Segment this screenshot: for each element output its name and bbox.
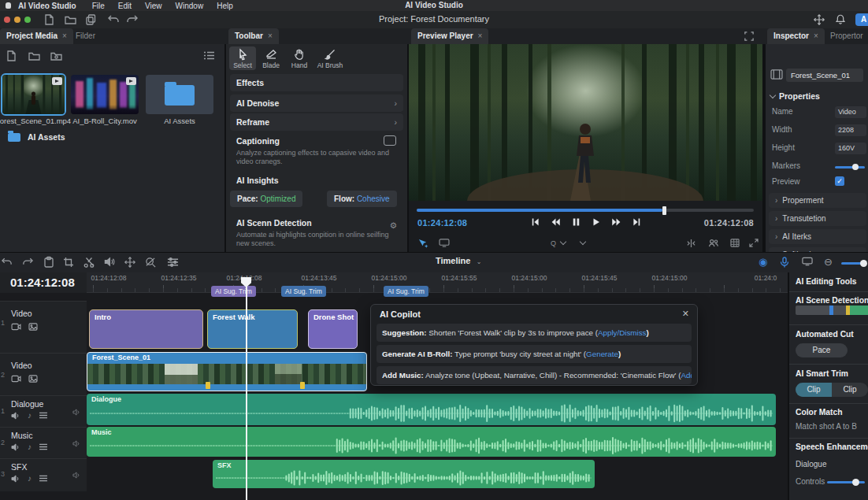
speech-controls-slider[interactable] xyxy=(827,481,865,483)
redo-icon[interactable] xyxy=(126,14,138,24)
section-properment[interactable]: ›Properment xyxy=(769,193,866,208)
new-folder-icon[interactable] xyxy=(28,51,40,61)
track-options-icon[interactable] xyxy=(39,443,48,451)
copilot-music-row[interactable]: Add Music: Analyze tone (Upbeat, Narrati… xyxy=(377,366,692,384)
timeline-zoom-slider[interactable] xyxy=(841,262,865,265)
close-icon[interactable]: × xyxy=(814,31,818,40)
menu-window[interactable]: Window xyxy=(176,2,204,10)
markers-slider[interactable] xyxy=(835,166,865,169)
copilot-broll-row[interactable]: Generate AI B-Roll: Type prompt 'busy ci… xyxy=(377,345,692,363)
zoom-dropdown[interactable] xyxy=(581,239,589,247)
section-transutetion[interactable]: ›Transutetion xyxy=(769,211,866,226)
speaker-icon[interactable] xyxy=(11,475,20,483)
speaker-icon[interactable] xyxy=(11,443,20,451)
speaker-icon[interactable] xyxy=(11,412,20,420)
clip-option-b[interactable]: Clip xyxy=(832,383,868,397)
tool-hand[interactable]: Hand xyxy=(286,46,313,70)
music-note-icon[interactable]: ♪ xyxy=(28,475,32,483)
fast-forward-button[interactable] xyxy=(610,217,621,227)
fullscreen-icon[interactable] xyxy=(744,31,754,41)
undo-icon[interactable] xyxy=(2,257,13,267)
close-icon[interactable]: × xyxy=(268,31,273,40)
track-header-video-1[interactable]: 1 Video xyxy=(0,301,87,353)
clip-drone-shot[interactable]: Drone Shot xyxy=(308,309,358,349)
pause-button[interactable] xyxy=(571,217,581,227)
track-header-dialogue[interactable]: 1 Dialogue ♪ xyxy=(0,395,87,427)
rewind-button[interactable] xyxy=(550,217,561,227)
play-button[interactable] xyxy=(591,217,600,227)
menu-view[interactable]: View xyxy=(145,2,162,10)
close-icon[interactable]: × xyxy=(478,31,483,40)
track-header-music[interactable]: 2 Music ♪ xyxy=(0,427,87,458)
ai-suggestion-badge[interactable]: AI Sug. Trim xyxy=(211,286,256,297)
menu-help[interactable]: Help xyxy=(217,2,233,10)
ai-suggestion-badge[interactable]: AI Sug. Trim xyxy=(281,286,326,297)
property-value-height[interactable]: 160V xyxy=(835,143,866,154)
tab-toolbar[interactable]: Toolbar× xyxy=(228,28,279,44)
grid-view-icon[interactable] xyxy=(730,239,740,247)
media-folder-icon[interactable] xyxy=(50,51,62,61)
apply-dismiss-link[interactable]: Apply/Dismiss xyxy=(598,328,647,337)
zoom-out-icon[interactable]: ⊖ xyxy=(824,256,833,268)
scissors-cut-icon[interactable] xyxy=(83,257,95,268)
app-name-menu[interactable]: AI Video Studio xyxy=(18,2,76,10)
media-item-forest-scene[interactable] xyxy=(2,75,65,114)
properties-section-header[interactable]: Properties xyxy=(770,91,820,101)
property-value-name[interactable]: Video xyxy=(835,106,866,118)
microphone-icon[interactable] xyxy=(780,257,789,268)
tab-filder[interactable]: Filder xyxy=(69,28,102,44)
camera-icon[interactable] xyxy=(11,323,21,331)
tool-ai-brush[interactable]: AI Brush xyxy=(314,46,346,70)
camera-icon[interactable] xyxy=(11,375,21,383)
ai-cursor-icon[interactable] xyxy=(418,239,428,248)
menu-file[interactable]: File xyxy=(92,2,105,10)
flow-insight-pill[interactable]: Flow: Cohesive xyxy=(327,191,397,207)
list-view-icon[interactable] xyxy=(203,50,215,61)
monitor-level-icon[interactable] xyxy=(72,409,80,416)
apple-menu-icon[interactable] xyxy=(6,2,11,9)
mixer-settings-icon[interactable] xyxy=(167,257,179,268)
image-icon[interactable] xyxy=(28,375,38,383)
timeline-tab[interactable]: Timeline ⌄ xyxy=(436,256,481,265)
skip-end-button[interactable] xyxy=(632,217,641,227)
close-icon[interactable]: ✕ xyxy=(682,309,689,319)
track-options-icon[interactable] xyxy=(39,412,48,420)
collaborators-icon[interactable] xyxy=(708,239,719,247)
effects-section-header[interactable]: Effects xyxy=(230,74,403,91)
ai-suggestion-badge[interactable]: AI Sug. Trim xyxy=(384,286,428,297)
clip-forest-scene-01[interactable]: Forest_Scene_01 xyxy=(87,352,367,391)
quality-dropdown[interactable]: Q xyxy=(551,239,569,247)
add-link[interactable]: Add xyxy=(681,371,692,380)
music-note-icon[interactable]: ♪ xyxy=(28,412,32,420)
crop-trim-icon[interactable] xyxy=(63,257,74,268)
tab-project-media[interactable]: Project Media× xyxy=(0,28,73,44)
clip-option-a[interactable]: Clip xyxy=(796,383,832,397)
media-item-ai-assets-folder[interactable] xyxy=(146,75,213,114)
music-note-icon[interactable]: ♪ xyxy=(28,443,32,451)
move-tool-icon[interactable] xyxy=(814,14,825,25)
ai-denoise-row[interactable]: AI Denoise› xyxy=(230,94,403,112)
preview-progress-bar[interactable] xyxy=(417,209,754,212)
clip-music-audio[interactable]: Music xyxy=(87,427,776,457)
monitor-level-icon[interactable] xyxy=(72,440,80,447)
timeline-ruler[interactable]: 01:24:12:08 01:24:12:35 01:24:12:08 01:2… xyxy=(87,272,788,293)
inspector-clip-name[interactable]: Forest_Scene_01 xyxy=(786,69,863,82)
zoom-disabled-icon[interactable] xyxy=(145,257,157,268)
track-header-video-2[interactable]: 2 Video xyxy=(0,353,87,395)
preview-checkbox[interactable]: ✓ xyxy=(835,176,844,186)
tool-select[interactable]: Select xyxy=(229,46,256,70)
close-window-button[interactable] xyxy=(4,17,10,23)
section-ai-iterks[interactable]: ›AI Iterks xyxy=(769,229,866,244)
duplicate-document-icon[interactable] xyxy=(86,14,96,25)
new-document-icon[interactable] xyxy=(44,14,54,25)
menu-edit[interactable]: Edit xyxy=(118,2,132,10)
pace-button[interactable]: Pace xyxy=(796,343,848,357)
user-avatar[interactable]: A xyxy=(855,13,868,26)
undo-icon[interactable] xyxy=(108,14,120,24)
tab-inspector[interactable]: Inspector× xyxy=(767,28,825,44)
ai-scene-detection-row[interactable]: AI Scenn Detection ⚙ xyxy=(230,214,403,231)
monitor-icon[interactable] xyxy=(802,257,813,266)
image-icon[interactable] xyxy=(28,323,38,331)
display-icon[interactable] xyxy=(439,239,450,247)
tool-blade[interactable]: Blade xyxy=(258,46,284,70)
